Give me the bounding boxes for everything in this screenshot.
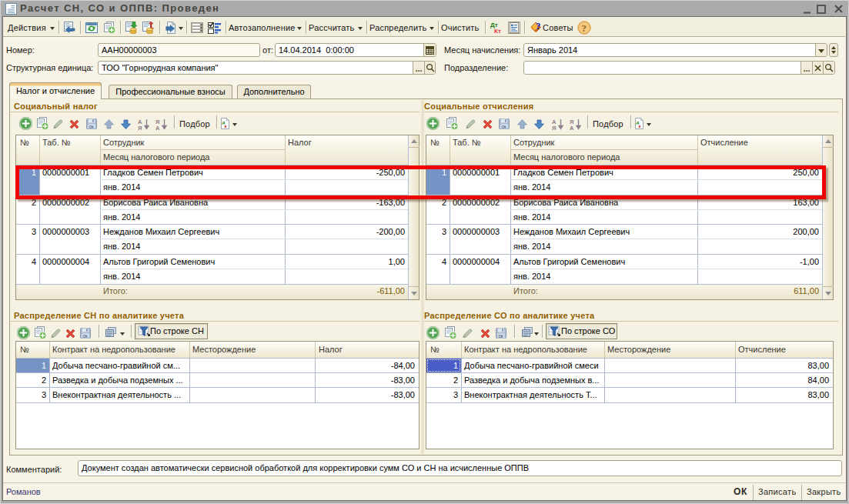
svg-text:Кт: Кт bbox=[494, 28, 501, 34]
svg-text:?: ? bbox=[536, 21, 541, 32]
svg-text:?: ? bbox=[582, 22, 587, 34]
